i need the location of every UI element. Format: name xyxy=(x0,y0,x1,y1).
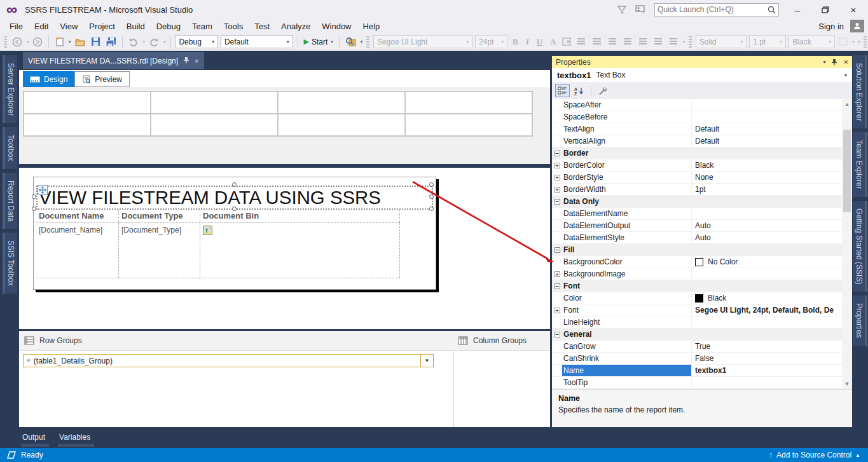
row-group-item[interactable]: ≡ (table1_Details_Group) ▼ xyxy=(23,354,434,367)
column-header-document-bin[interactable]: Document Bin xyxy=(200,210,400,222)
menu-view[interactable]: View xyxy=(54,20,83,32)
empty-table-cell[interactable] xyxy=(406,114,533,137)
sidebar-tab-server-explorer[interactable]: Server Explorer xyxy=(3,55,17,123)
property-row-dataelementoutput[interactable]: DataElementOutputAuto xyxy=(552,220,842,232)
sidebar-tab-properties[interactable]: Properties xyxy=(853,296,867,346)
sign-in-link[interactable]: Sign in xyxy=(818,22,844,31)
property-row-spaceafter[interactable]: SpaceAfter xyxy=(552,99,842,111)
restore-button[interactable] xyxy=(816,4,835,15)
property-row-border[interactable]: −Border xyxy=(552,147,842,160)
solution-config-combo[interactable]: Default▾ xyxy=(221,35,293,48)
selection-handle[interactable] xyxy=(429,194,434,199)
empty-table-cell[interactable] xyxy=(24,114,151,137)
property-row-tooltip[interactable]: ToolTip xyxy=(552,377,842,389)
quick-launch-box[interactable] xyxy=(654,3,779,17)
menu-team[interactable]: Team xyxy=(186,20,218,32)
alphabetical-view-button[interactable]: AZ xyxy=(572,84,586,97)
scroll-down-icon[interactable]: ▼ xyxy=(842,379,852,389)
collapse-icon[interactable]: − xyxy=(555,283,560,289)
sidebar-tab-solution-explorer[interactable]: Solution Explorer xyxy=(853,55,867,128)
toolbar-overflow[interactable]: ▾ xyxy=(361,39,363,44)
tab-preview[interactable]: Preview xyxy=(74,71,130,87)
expand-icon[interactable]: + xyxy=(555,163,560,168)
close-tab-icon[interactable]: × xyxy=(195,57,198,65)
save-icon[interactable] xyxy=(90,35,102,49)
quick-launch-input[interactable] xyxy=(658,5,768,14)
find-in-files-icon[interactable] xyxy=(344,35,357,49)
menu-tools[interactable]: Tools xyxy=(218,20,249,32)
tab-design[interactable]: Design xyxy=(23,71,74,87)
empty-table-cell[interactable] xyxy=(151,92,279,114)
toolbar-grip[interactable] xyxy=(4,36,7,48)
expand-icon[interactable]: + xyxy=(555,187,560,193)
property-row-backgroundcolor[interactable]: BackgroundColorNo Color xyxy=(552,256,842,268)
open-file-icon[interactable] xyxy=(74,35,87,49)
properties-scrollbar[interactable]: ▲ ▼ xyxy=(842,99,852,389)
property-row-fill[interactable]: −Fill xyxy=(552,244,842,256)
row-group-dropdown[interactable]: ▼ xyxy=(420,355,433,367)
scroll-up-icon[interactable]: ▲ xyxy=(842,99,852,109)
property-row-textalign[interactable]: TextAlignDefault xyxy=(552,123,842,135)
property-row-data-only[interactable]: −Data Only xyxy=(552,196,842,208)
property-row-canshrink[interactable]: CanShrinkFalse xyxy=(552,353,842,365)
sidebar-tab-getting-started-ssis[interactable]: Getting Started (SSIS) xyxy=(853,201,867,292)
collapse-icon[interactable]: − xyxy=(555,247,560,253)
window-position-dropdown[interactable]: ▾ xyxy=(823,59,825,65)
categorized-view-button[interactable] xyxy=(555,84,570,97)
minimize-button[interactable]: – xyxy=(788,4,807,15)
menu-analyze[interactable]: Analyze xyxy=(275,20,316,32)
empty-table-cell[interactable] xyxy=(406,92,533,114)
document-tab[interactable]: VIEW FILESTREAM DA...SSRS.rdl [Design] × xyxy=(23,52,204,69)
empty-table-cell[interactable] xyxy=(151,114,279,137)
sidebar-tab-report-data[interactable]: Report Data xyxy=(3,173,17,229)
property-row-verticalalign[interactable]: VerticalAlignDefault xyxy=(552,135,842,147)
object-selector-dropdown[interactable]: ▾ xyxy=(844,72,847,78)
selection-handle[interactable] xyxy=(32,207,36,211)
bottom-tab-variables[interactable]: Variables xyxy=(59,433,90,445)
menu-debug[interactable]: Debug xyxy=(151,20,186,32)
table-cell-document-type[interactable]: [Document_Type] xyxy=(119,223,200,278)
properties-header[interactable]: Properties ▾ × xyxy=(552,56,852,68)
empty-table-cell[interactable] xyxy=(279,92,406,114)
sidebar-tab-ssis-toolbox[interactable]: SSIS Toolbox xyxy=(3,233,17,294)
column-header-document-name[interactable]: Document Name xyxy=(36,210,119,222)
collapse-icon[interactable]: − xyxy=(555,199,560,205)
pin-icon[interactable] xyxy=(831,57,837,68)
selection-handle[interactable] xyxy=(232,207,237,211)
user-avatar-icon[interactable] xyxy=(850,20,864,32)
property-row-color[interactable]: ColorBlack xyxy=(552,292,842,304)
design-surface[interactable]: VIEW FILESTREAM DATA USING SSRS Document… xyxy=(19,168,550,329)
report-table[interactable]: Document NameDocument TypeDocument Bin [… xyxy=(36,210,400,278)
column-header-document-type[interactable]: Document Type xyxy=(119,210,200,222)
move-handle[interactable] xyxy=(38,185,48,195)
property-row-dataelementname[interactable]: DataElementName xyxy=(552,208,842,220)
property-row-lineheight[interactable]: LineHeight xyxy=(552,316,842,329)
empty-table-cell[interactable] xyxy=(279,114,406,137)
send-feedback-icon[interactable] xyxy=(635,5,645,14)
sidebar-tab-team-explorer[interactable]: Team Explorer xyxy=(853,132,867,196)
property-row-cangrow[interactable]: CanGrowTrue xyxy=(552,341,842,353)
menu-project[interactable]: Project xyxy=(83,20,120,32)
selection-handle[interactable] xyxy=(232,182,237,187)
menu-build[interactable]: Build xyxy=(121,20,151,32)
property-row-general[interactable]: −General xyxy=(552,329,842,341)
property-row-spacebefore[interactable]: SpaceBefore xyxy=(552,111,842,123)
property-row-borderwidth[interactable]: +BorderWidth1pt xyxy=(552,184,842,196)
sidebar-tab-toolbox[interactable]: Toolbox xyxy=(3,127,17,168)
properties-object-selector[interactable]: textbox1 Text Box ▾ xyxy=(552,68,852,82)
selection-handle[interactable] xyxy=(32,194,36,199)
expand-icon[interactable]: + xyxy=(555,175,560,180)
menu-window[interactable]: Window xyxy=(316,20,357,32)
empty-table-cell[interactable] xyxy=(24,92,151,114)
selection-handle[interactable] xyxy=(429,182,434,187)
scrollbar-thumb[interactable] xyxy=(843,130,851,212)
report-page[interactable]: VIEW FILESTREAM DATA USING SSRS Document… xyxy=(33,177,436,290)
menu-edit[interactable]: Edit xyxy=(29,20,54,32)
property-row-name[interactable]: Nametextbox1 xyxy=(552,365,842,377)
new-project-dropdown[interactable]: ▾ xyxy=(69,39,71,44)
property-row-dataelementstyle[interactable]: DataElementStyleAuto xyxy=(552,232,842,244)
property-row-borderstyle[interactable]: +BorderStyleNone xyxy=(552,172,842,184)
collapse-icon[interactable]: − xyxy=(555,332,560,337)
debug-target-combo[interactable]: Debug▾ xyxy=(175,35,217,48)
property-row-backgroundimage[interactable]: +BackgroundImage xyxy=(552,268,842,280)
